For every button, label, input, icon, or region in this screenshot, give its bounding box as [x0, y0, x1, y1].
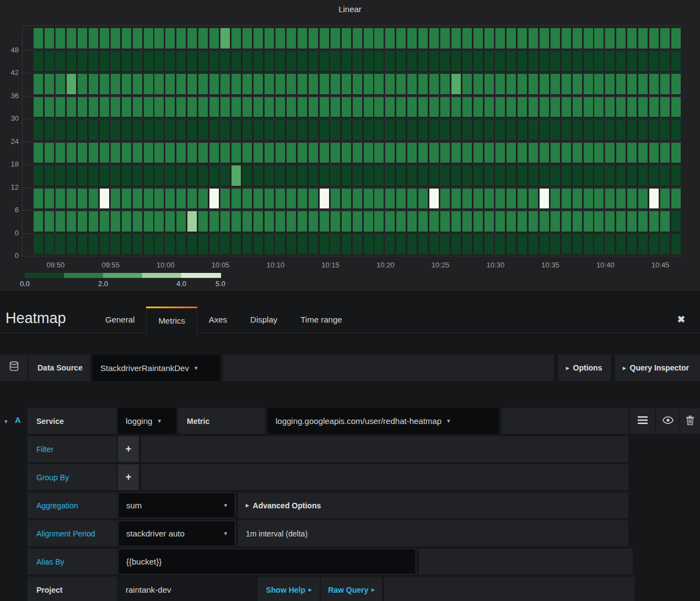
alignment-period-select[interactable]: stackdriver auto ▾ [118, 520, 235, 546]
heatmap-cell [89, 74, 98, 94]
heatmap-cell [111, 51, 120, 72]
heatmap-cell [627, 51, 637, 72]
heatmap-cell [45, 28, 54, 49]
heatmap-cell [529, 51, 538, 72]
service-select[interactable]: logging ▾ [118, 408, 176, 434]
heatmap-cell [56, 211, 65, 232]
heatmap-cell [209, 51, 219, 72]
datasource-value: StackdriverRaintankDev [100, 363, 189, 373]
tab-general[interactable]: General [94, 307, 146, 332]
aggregation-select[interactable]: sum ▾ [118, 492, 235, 518]
project-label-cell: Project [28, 577, 117, 601]
tab-display[interactable]: Display [239, 307, 289, 332]
heatmap-cell [254, 165, 263, 186]
metric-select[interactable]: logging.googleapis.com/user/redhat-heatm… [268, 408, 499, 434]
heatmap-cell [122, 143, 131, 163]
heatmap-cell [265, 189, 274, 209]
heatmap-cell [594, 211, 604, 232]
heatmap-cell [507, 74, 516, 94]
heatmap-cell [78, 143, 87, 163]
heatmap-cell [176, 74, 186, 94]
heatmap-cell [396, 120, 406, 140]
heatmap-cell [198, 143, 208, 163]
heatmap-cell [418, 189, 428, 209]
heatmap-cell [67, 51, 76, 72]
heatmap-cell [507, 211, 516, 232]
heatmap-cell [616, 143, 626, 163]
add-group-by-button[interactable]: + [118, 464, 139, 490]
heatmap-cell [451, 74, 461, 94]
tab-metrics[interactable]: Metrics [146, 307, 197, 335]
heatmap-cell [540, 189, 549, 209]
raw-query-button[interactable]: Raw Query ▸ [321, 577, 382, 601]
heatmap-cell [165, 28, 175, 49]
project-value-field[interactable]: raintank-dev [118, 577, 255, 601]
heatmap-cell [111, 234, 120, 255]
heatmap-cell [220, 97, 230, 117]
heatmap-cell [111, 189, 120, 209]
heatmap-cell [133, 189, 142, 209]
plus-icon: + [126, 443, 132, 455]
heatmap-cell [584, 165, 593, 186]
heatmap-cell [374, 97, 384, 117]
query-menu-button[interactable] [630, 408, 655, 434]
heatmap-cell [584, 120, 593, 140]
heatmap-cell [529, 97, 538, 117]
options-button[interactable]: ▸ Options [558, 355, 611, 381]
heatmap-cell [45, 97, 54, 117]
heatmap-cell [440, 211, 450, 232]
heatmap-cell [671, 189, 681, 209]
gridline-horizontal [22, 73, 682, 73]
query-collapse-caret[interactable]: ▾ [4, 418, 8, 425]
heatmap-cell [374, 189, 384, 209]
heatmap-cell [89, 51, 98, 72]
heatmap-cell [462, 120, 472, 140]
heatmap-cell [418, 143, 428, 163]
heatmap-cell [100, 165, 109, 186]
query-delete-button[interactable] [680, 408, 700, 434]
heatmap-cell [265, 234, 274, 255]
heatmap-cell [573, 211, 582, 232]
heatmap-cell [671, 28, 681, 49]
advanced-options-toggle[interactable]: ▸ Advanced Options [238, 492, 628, 518]
close-icon[interactable]: ✖ [677, 314, 685, 325]
x-axis-label: 10:20 [369, 261, 402, 269]
heatmap-cell [385, 165, 395, 186]
heatmap-cell [187, 97, 197, 117]
heatmap-cell [440, 189, 450, 209]
heatmap-cell [243, 28, 252, 49]
heatmap-cell [342, 28, 351, 49]
heatmap-cell [605, 51, 615, 72]
heatmap-cell [165, 211, 175, 232]
heatmap-cell [451, 234, 461, 255]
alias-by-value: {{bucket}} [126, 557, 161, 566]
heatmap-cell [540, 74, 549, 94]
heatmap-cell [605, 211, 615, 232]
tab-time-range[interactable]: Time range [289, 307, 353, 332]
aggregation-label-cell: Aggregation [28, 492, 117, 518]
heatmap-cell [473, 189, 483, 209]
heatmap-cell [187, 211, 197, 232]
heatmap-cell [67, 189, 76, 209]
gridline-horizontal [22, 256, 682, 256]
tab-axes[interactable]: Axes [197, 307, 239, 332]
query-inspector-button[interactable]: ▸ Query Inspector [615, 355, 700, 381]
heatmap-cell [562, 74, 571, 94]
alias-by-input[interactable]: {{bucket}} [118, 549, 416, 575]
heatmap-cell [342, 143, 351, 163]
heatmap-cell [573, 51, 582, 72]
heatmap-cell [605, 120, 615, 140]
heatmap-cell [231, 28, 241, 49]
heatmap-plot[interactable]: 4842363024181260009:5009:5510:0010:0510:… [0, 0, 700, 291]
datasource-select[interactable]: StackdriverRaintankDev ▾ [93, 355, 220, 381]
heatmap-cell [573, 97, 582, 117]
add-filter-button[interactable]: + [118, 436, 139, 462]
heatmap-cell [231, 51, 241, 72]
heatmap-cell [209, 120, 219, 140]
query-toggle-visibility-button[interactable] [656, 408, 680, 434]
show-help-button[interactable]: Show Help ▸ [258, 577, 320, 601]
heatmap-cell [627, 165, 637, 186]
heatmap-cell [496, 51, 505, 72]
heatmap-cell [254, 211, 263, 232]
heatmap-cell [462, 74, 472, 94]
